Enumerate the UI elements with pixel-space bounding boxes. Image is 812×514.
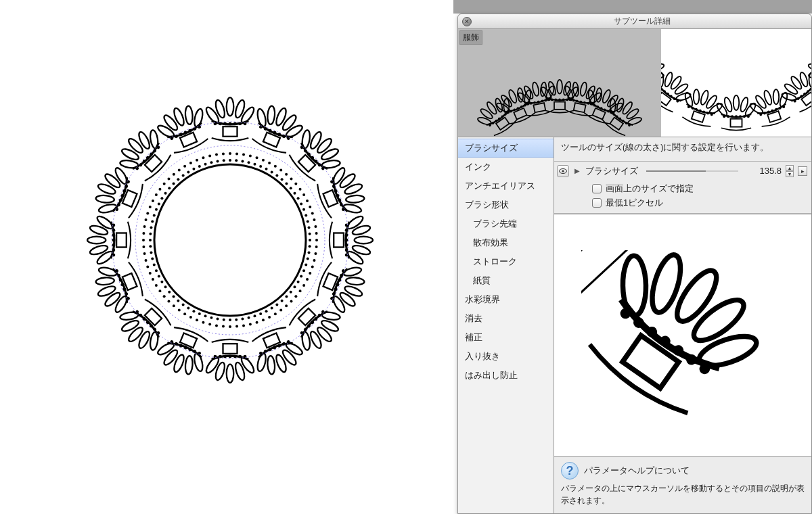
brush-preview-2[interactable] xyxy=(661,29,811,137)
svg-point-258 xyxy=(173,183,175,185)
svg-point-369 xyxy=(135,145,325,335)
svg-point-295 xyxy=(302,284,305,287)
category-item-3[interactable]: ブラシ形状 xyxy=(458,195,554,214)
category-item-5[interactable]: 散布効果 xyxy=(458,233,554,252)
svg-point-417 xyxy=(555,99,558,101)
svg-point-59 xyxy=(345,233,348,237)
svg-point-42 xyxy=(346,195,365,204)
svg-point-60 xyxy=(345,239,348,242)
brush-size-slider[interactable] xyxy=(646,168,738,174)
svg-point-3 xyxy=(233,99,246,118)
svg-point-286 xyxy=(308,227,311,229)
svg-point-272 xyxy=(253,163,256,166)
param-menu-icon[interactable]: ▸ xyxy=(798,166,807,176)
category-item-7[interactable]: 紙質 xyxy=(458,271,554,290)
brush-category-tag: 服飾 xyxy=(459,30,482,45)
category-item-1[interactable]: インク xyxy=(458,158,554,177)
svg-point-283 xyxy=(302,208,305,211)
svg-point-361 xyxy=(302,193,305,196)
svg-rect-422 xyxy=(554,102,565,110)
min-1px-checkbox[interactable] xyxy=(592,198,602,208)
svg-point-326 xyxy=(143,252,146,255)
svg-point-2 xyxy=(227,97,234,116)
svg-point-244 xyxy=(153,263,156,266)
svg-point-316 xyxy=(178,309,181,312)
category-item-12[interactable]: はみ出し防止 xyxy=(458,366,554,385)
svg-point-225 xyxy=(248,317,250,319)
svg-point-198 xyxy=(185,106,194,124)
svg-point-230 xyxy=(217,318,219,321)
svg-point-341 xyxy=(183,165,186,168)
svg-point-306 xyxy=(242,324,245,327)
brush-size-stepper[interactable]: ▲▼ xyxy=(786,165,794,177)
category-item-9[interactable]: 消去 xyxy=(458,309,554,328)
svg-point-412 xyxy=(557,80,562,94)
top-grey-strip xyxy=(453,0,812,14)
svg-point-55 xyxy=(351,243,371,256)
canvas-area[interactable] xyxy=(0,0,453,514)
svg-point-107 xyxy=(214,361,226,381)
svg-point-320 xyxy=(158,289,161,292)
subtool-detail-panel: ✕ サブツール詳細 服飾 ブラシサイズインクアンチエイリアスブラシ形状ブラシ先端… xyxy=(457,14,812,514)
svg-point-276 xyxy=(275,174,278,177)
svg-point-251 xyxy=(151,220,154,223)
svg-point-15 xyxy=(274,107,288,126)
svg-point-299 xyxy=(285,304,288,307)
svg-point-345 xyxy=(208,155,211,158)
lace-tip-closeup xyxy=(581,250,784,419)
category-item-8[interactable]: 水彩境界 xyxy=(458,290,554,309)
svg-point-328 xyxy=(142,239,145,241)
svg-point-508 xyxy=(731,115,734,118)
svg-point-67 xyxy=(344,284,363,298)
category-item-2[interactable]: アンチエイリアス xyxy=(458,177,554,195)
svg-point-359 xyxy=(294,183,297,185)
svg-point-479 xyxy=(809,72,811,87)
svg-point-266 xyxy=(217,160,219,162)
svg-point-228 xyxy=(229,319,231,321)
lace-arc-thumb-1 xyxy=(458,29,661,137)
svg-point-360 xyxy=(299,188,302,191)
svg-point-262 xyxy=(192,168,195,170)
svg-point-365 xyxy=(313,218,315,221)
svg-point-321 xyxy=(155,284,158,287)
svg-point-275 xyxy=(271,170,273,173)
svg-point-411 xyxy=(547,81,557,96)
svg-point-300 xyxy=(279,309,282,312)
close-icon[interactable]: ✕ xyxy=(462,17,472,26)
svg-point-232 xyxy=(204,314,207,317)
svg-point-267 xyxy=(223,159,225,162)
svg-point-278 xyxy=(285,183,288,185)
brush-preview-row: 服飾 xyxy=(458,29,811,137)
svg-point-452 xyxy=(625,108,639,120)
panel-titlebar[interactable]: ✕ サブツール詳細 xyxy=(458,14,811,29)
svg-point-308 xyxy=(229,325,231,328)
svg-point-41 xyxy=(344,182,363,195)
svg-point-145 xyxy=(97,284,116,298)
svg-point-346 xyxy=(215,154,218,156)
svg-point-293 xyxy=(309,272,311,275)
svg-point-503 xyxy=(734,95,740,110)
expand-icon[interactable]: ▶ xyxy=(573,165,581,177)
svg-rect-435 xyxy=(574,103,586,112)
svg-point-491 xyxy=(773,89,780,104)
svg-point-263 xyxy=(198,165,201,168)
category-item-10[interactable]: 補正 xyxy=(458,328,554,347)
screen-size-checkbox[interactable] xyxy=(592,184,602,193)
category-item-6[interactable]: ストローク xyxy=(458,252,554,271)
category-list: ブラシサイズインクアンチエイリアスブラシ形状ブラシ先端散布効果ストローク紙質水彩… xyxy=(458,137,554,513)
svg-point-303 xyxy=(262,319,265,321)
svg-point-7 xyxy=(223,122,227,125)
svg-point-93 xyxy=(274,354,288,373)
category-item-11[interactable]: 入り抜き xyxy=(458,347,554,366)
visibility-toggle-icon[interactable] xyxy=(557,165,569,177)
svg-point-279 xyxy=(290,187,292,189)
svg-point-334 xyxy=(152,200,154,202)
brush-preview-selected[interactable]: 服飾 xyxy=(458,29,661,137)
svg-point-368 xyxy=(154,164,306,316)
svg-point-238 xyxy=(173,295,175,298)
category-item-4[interactable]: ブラシ先端 xyxy=(458,214,554,233)
svg-point-325 xyxy=(145,259,148,262)
svg-point-489 xyxy=(754,94,767,110)
svg-point-239 xyxy=(168,291,171,294)
category-item-0[interactable]: ブラシサイズ xyxy=(458,139,554,158)
